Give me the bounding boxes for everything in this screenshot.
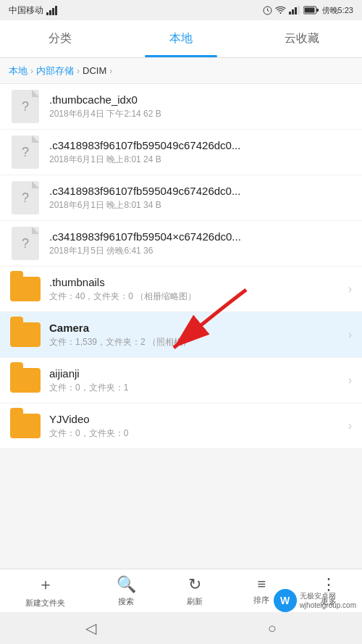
breadcrumb-internal[interactable]: 内部存储 xyxy=(36,64,74,78)
file-meta: 2018年6月4日 下午2:14 62 B xyxy=(49,108,352,120)
list-item[interactable]: .thumbnails 文件：40，文件夹：0 （相册缩略图） › xyxy=(0,267,362,312)
refresh-label: 刷新 xyxy=(187,596,203,607)
file-meta: 2018年1月5日 傍晚6:41 36 xyxy=(49,245,352,257)
carrier-name: 中国移动 xyxy=(9,4,43,17)
file-icon-unknown: ? xyxy=(10,228,41,259)
file-name: .c3418983f96107fb595049c67426dc0... xyxy=(49,185,352,197)
watermark-text1: 无极安卓网 xyxy=(300,591,356,601)
file-meta: 2018年6月1日 晚上8:01 24 B xyxy=(49,154,352,166)
tab-classify[interactable]: 分类 xyxy=(0,20,121,57)
list-item[interactable]: ? .c3418983f96107fb595049c67426dc0... 20… xyxy=(0,130,362,175)
folder-icon xyxy=(10,365,41,396)
list-item[interactable]: ? .thumbcache_idx0 2018年6月4日 下午2:14 62 B xyxy=(0,84,362,130)
refresh-icon: ↻ xyxy=(188,575,201,594)
svg-rect-9 xyxy=(295,7,297,14)
folder-icon xyxy=(10,319,41,350)
chevron-right-icon: › xyxy=(348,419,352,432)
signal-icon xyxy=(289,6,300,14)
file-name: YJVideo xyxy=(49,413,348,425)
status-bar: 中国移动 xyxy=(0,0,362,20)
watermark: W 无极安卓网 wjhotelgroup.com xyxy=(274,589,356,612)
file-meta: 文件：40，文件夹：0 （相册缩略图） xyxy=(49,290,348,303)
chevron-right-icon: › xyxy=(348,328,352,341)
svg-rect-3 xyxy=(55,6,57,15)
tab-bar: 分类 本地 云收藏 xyxy=(0,20,362,58)
list-item[interactable]: ? .c3418983f96107fb595049c67426dc0... 20… xyxy=(0,175,362,221)
new-folder-button[interactable]: ＋ 新建文件夹 xyxy=(18,571,72,611)
svg-rect-8 xyxy=(292,9,294,14)
search-button[interactable]: 🔍 搜索 xyxy=(109,572,143,610)
sort-icon: ≡ xyxy=(258,576,266,593)
sort-button[interactable]: ≡ 排序 xyxy=(246,573,277,609)
svg-rect-2 xyxy=(52,8,54,15)
svg-rect-7 xyxy=(289,12,291,14)
time-display: 傍晚5:23 xyxy=(322,5,353,16)
wifi-icon xyxy=(275,6,286,14)
tab-local[interactable]: 本地 xyxy=(121,20,242,57)
svg-rect-0 xyxy=(46,12,49,15)
chevron-right-icon: › xyxy=(348,283,352,296)
watermark-logo: W xyxy=(274,589,297,612)
file-icon-unknown: ? xyxy=(10,137,41,167)
search-icon: 🔍 xyxy=(117,575,136,594)
list-item[interactable]: Camera 文件：1,539，文件夹：2 （照相机） › xyxy=(0,312,362,358)
file-meta: 2018年6月1日 晚上8:01 34 B xyxy=(49,199,352,212)
list-item[interactable]: aijianji 文件：0，文件夹：1 › xyxy=(0,358,362,403)
status-left: 中国移动 xyxy=(9,4,59,17)
file-meta: 文件：0，文件夹：0 xyxy=(49,427,348,440)
file-name: Camera xyxy=(49,322,348,334)
svg-rect-1 xyxy=(49,10,51,15)
list-item[interactable]: ? .c3418983f96107fb59504×c67426dc0... 20… xyxy=(0,221,362,267)
file-list: ? .thumbcache_idx0 2018年6月4日 下午2:14 62 B… xyxy=(0,84,362,569)
new-folder-label: 新建文件夹 xyxy=(25,598,65,609)
breadcrumb-dcim[interactable]: DCIM xyxy=(83,65,106,76)
file-name: .thumbnails xyxy=(49,276,348,288)
svg-line-6 xyxy=(267,10,269,11)
folder-icon xyxy=(10,411,41,441)
list-item[interactable]: YJVideo 文件：0，文件夹：0 › xyxy=(0,403,362,449)
breadcrumb-local[interactable]: 本地 xyxy=(9,64,28,78)
svg-rect-10 xyxy=(298,6,300,14)
file-name: aijianji xyxy=(49,367,348,380)
battery-icon xyxy=(303,6,319,14)
watermark-text2: wjhotelgroup.com xyxy=(300,601,356,610)
file-meta: 文件：1,539，文件夹：2 （照相机） xyxy=(49,336,348,348)
breadcrumb: 本地 › 内部存储 › DCIM › xyxy=(0,58,362,84)
file-name: .thumbcache_idx0 xyxy=(49,93,352,106)
home-button[interactable]: ○ xyxy=(253,614,291,643)
folder-icon xyxy=(10,274,41,304)
svg-rect-13 xyxy=(304,8,314,13)
file-name: .c3418983f96107fb59504×c67426dc0... xyxy=(49,230,352,243)
refresh-button[interactable]: ↻ 刷新 xyxy=(180,572,210,610)
breadcrumb-sep-2: › xyxy=(77,66,80,76)
plus-icon: ＋ xyxy=(38,574,54,595)
search-label: 搜索 xyxy=(118,596,134,607)
tab-cloud[interactable]: 云收藏 xyxy=(241,20,362,57)
sort-label: 排序 xyxy=(253,595,269,606)
file-icon-unknown: ? xyxy=(10,91,41,122)
status-right: 傍晚5:23 xyxy=(263,5,353,16)
file-meta: 文件：0，文件夹：1 xyxy=(49,382,348,394)
back-button[interactable]: ◁ xyxy=(71,614,111,643)
clock-icon xyxy=(263,6,272,15)
carrier-icon xyxy=(46,5,59,15)
file-name: .c3418983f96107fb595049c67426dc0... xyxy=(49,139,352,151)
breadcrumb-sep-1: › xyxy=(30,66,33,76)
chevron-right-icon: › xyxy=(348,374,352,387)
file-icon-unknown: ? xyxy=(10,183,41,213)
nav-bar: ◁ ○ W 无极安卓网 wjhotelgroup.com xyxy=(0,612,362,644)
svg-rect-12 xyxy=(316,9,319,12)
breadcrumb-sep-3: › xyxy=(109,66,112,76)
